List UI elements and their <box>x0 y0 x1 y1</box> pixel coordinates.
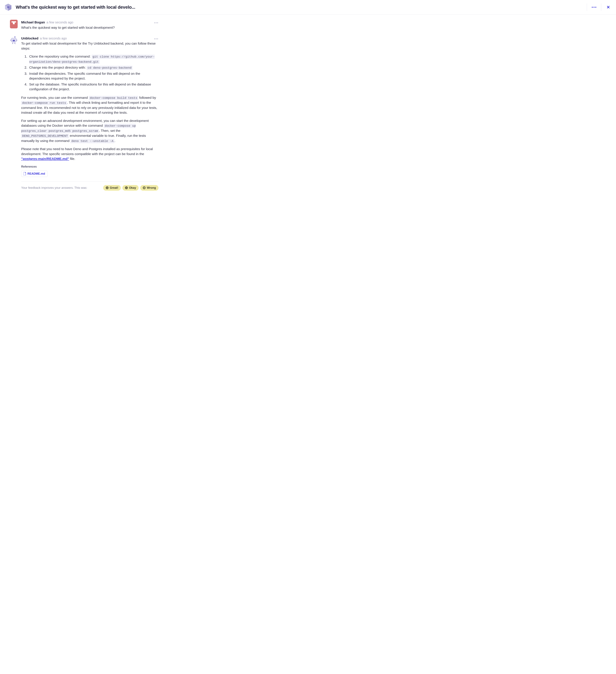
svg-rect-10 <box>16 39 17 41</box>
feedback-label: Great! <box>110 186 118 190</box>
code-snippet: cd deno-postgres-backend <box>87 66 132 70</box>
file-icon <box>24 172 26 175</box>
message-body: Michael Bogan a few seconds ago What's t… <box>21 20 159 30</box>
timestamp: a few seconds ago <box>46 20 73 25</box>
readme-link[interactable]: "postgres-main/README.md" <box>21 157 69 160</box>
author-name: Michael Bogan <box>21 20 45 25</box>
text: file. <box>69 157 75 160</box>
feedback-wrong-button[interactable]: ☹ Wrong <box>140 185 159 191</box>
code-snippet: docker-compose build tests <box>89 96 138 100</box>
ellipsis-icon <box>592 7 596 8</box>
page-title: What's the quickest way to get started w… <box>16 4 584 11</box>
list-item: Clone the repository using the command: … <box>28 54 159 64</box>
feedback-okay-button[interactable]: • Okay <box>122 185 138 191</box>
author-name: Unblocked <box>21 36 38 41</box>
references-label: References <box>21 164 159 169</box>
text: For running tests, you can use the comma… <box>21 96 89 99</box>
divider <box>601 3 601 11</box>
text: Please note that you need to have Deno a… <box>21 147 153 155</box>
close-icon: ✕ <box>607 5 610 10</box>
feedback-bar: Your feedback improves your answers. Thi… <box>21 181 159 191</box>
bot-message: Unblocked a few seconds ago To get start… <box>10 36 159 191</box>
list-item: Install the dependencies. The specific c… <box>28 71 159 81</box>
steps-list: Clone the repository using the command: … <box>21 54 159 92</box>
neutral-icon: • <box>125 186 128 189</box>
svg-rect-3 <box>7 6 9 8</box>
feedback-label: Okay <box>129 186 136 190</box>
app-logo <box>4 3 12 12</box>
feedback-label: Wrong <box>147 186 156 190</box>
more-menu-button[interactable] <box>590 3 598 11</box>
svg-rect-9 <box>10 39 11 41</box>
text: . <box>114 139 115 142</box>
code-snippet: deno test --unstable -A <box>71 139 114 143</box>
header: What's the quickest way to get started w… <box>0 0 616 15</box>
frown-icon: ☹ <box>143 186 146 189</box>
paragraph: For running tests, you can use the comma… <box>21 95 159 115</box>
text: . Then, set the <box>99 129 120 132</box>
message-header: Michael Bogan a few seconds ago <box>21 20 159 25</box>
intro-paragraph: To get started with local development fo… <box>21 41 159 51</box>
conversation: Michael Bogan a few seconds ago What's t… <box>0 15 169 200</box>
feedback-great-button[interactable]: ☺ Great! <box>103 185 121 191</box>
paragraph: For setting up an advanced development e… <box>21 118 159 143</box>
message-actions-button[interactable]: ••• <box>154 20 159 25</box>
text: followed by <box>138 96 156 99</box>
reference-label: README.md <box>27 172 45 176</box>
paragraph: Please note that you need to have Deno a… <box>21 146 159 161</box>
list-item: Set up the database. The specific instru… <box>28 82 159 92</box>
message-actions-button[interactable]: ••• <box>154 36 159 41</box>
user-message: Michael Bogan a few seconds ago What's t… <box>10 20 159 30</box>
answer-body: To get started with local development fo… <box>21 41 159 191</box>
reference-chip[interactable]: README.md <box>21 171 47 177</box>
smile-icon: ☺ <box>106 186 109 189</box>
timestamp: a few seconds ago <box>40 36 67 41</box>
svg-rect-6 <box>13 40 15 41</box>
step-text: Clone the repository using the command: <box>29 54 92 58</box>
bot-avatar <box>10 36 18 44</box>
list-item: Change into the project directory with: … <box>28 65 159 70</box>
cube-icon <box>4 3 12 11</box>
message-text: What's the quickest way to get started w… <box>21 25 159 30</box>
code-snippet: docker-compose run tests <box>21 101 67 105</box>
feedback-prompt: Your feedback improves your answers. Thi… <box>21 186 102 190</box>
step-text: Change into the project directory with: <box>29 66 87 69</box>
user-avatar <box>10 20 18 28</box>
close-button[interactable]: ✕ <box>604 3 612 11</box>
code-snippet: DENO_POSTGRES_DEVELOPMENT <box>21 134 69 138</box>
robot-icon <box>10 35 17 44</box>
message-body: Unblocked a few seconds ago To get start… <box>21 36 159 191</box>
message-header: Unblocked a few seconds ago <box>21 36 159 41</box>
